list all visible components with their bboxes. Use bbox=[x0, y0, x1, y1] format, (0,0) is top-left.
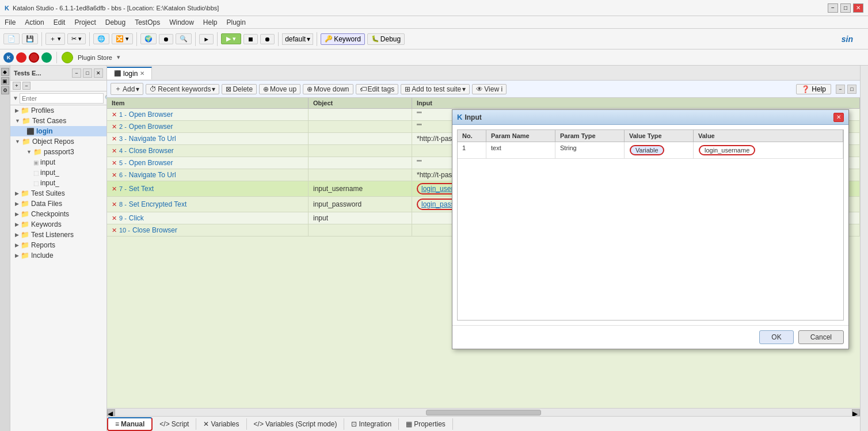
close-panel-btn[interactable]: ✕ bbox=[94, 68, 103, 78]
tree-item-include[interactable]: ▶ 📁 Include bbox=[10, 250, 106, 261]
integration-icon: ⊡ bbox=[351, 420, 357, 428]
editor-tab-login[interactable]: ⬛ login ✕ bbox=[107, 67, 152, 79]
folder-icon: 📁 bbox=[33, 148, 42, 156]
value-badge[interactable]: login_username bbox=[699, 145, 755, 155]
right-scrollbar[interactable] bbox=[860, 66, 868, 431]
recent-keywords-btn[interactable]: ⏱ Recent keywords ▾ bbox=[146, 84, 219, 94]
tree-item-label: input_ bbox=[40, 179, 59, 187]
add-to-test-suite-btn[interactable]: ⊞ Add to test suite ▾ bbox=[401, 84, 470, 94]
menu-help[interactable]: Help bbox=[199, 17, 222, 28]
side-icon-2[interactable]: ▣ bbox=[1, 77, 9, 85]
dialog-close-btn[interactable]: ✕ bbox=[833, 113, 844, 122]
scroll-right-btn[interactable]: ▶ bbox=[852, 409, 860, 416]
globe-btn[interactable]: 🌍 bbox=[140, 33, 157, 44]
tree-view: ▶ 📁 Profiles ▼ 📁 Test Cases ⬛ login ▼ 📁 … bbox=[10, 105, 106, 431]
collapse-all-btn[interactable]: − bbox=[72, 68, 81, 78]
plugin-store-label[interactable]: Plugin Store bbox=[78, 54, 112, 61]
menu-testops[interactable]: TestOps bbox=[130, 17, 165, 28]
rec-circle[interactable] bbox=[29, 52, 39, 63]
tab-manual[interactable]: ≡ Manual bbox=[107, 417, 153, 431]
tree-item-passport3[interactable]: ▼ 📁 passport3 bbox=[10, 147, 106, 157]
spy-btn[interactable]: 🔍 bbox=[176, 33, 192, 44]
tree-item-data-files[interactable]: ▶ 📁 Data Files bbox=[10, 199, 106, 209]
stop-circle[interactable] bbox=[16, 52, 26, 63]
debug-mode-btn[interactable]: 🐛 Debug bbox=[367, 33, 405, 45]
maximize-btn[interactable]: □ bbox=[840, 3, 851, 13]
tree-item-input1[interactable]: ▣ input bbox=[10, 157, 106, 167]
menu-plugin[interactable]: Plugin bbox=[222, 17, 250, 28]
scroll-left-btn[interactable]: ◀ bbox=[107, 409, 115, 416]
keyword-btn[interactable]: 🔑 Keyword bbox=[321, 33, 365, 45]
tab-variables[interactable]: ✕ Variables bbox=[196, 418, 246, 430]
menu-window[interactable]: Window bbox=[165, 17, 199, 28]
minimize-btn[interactable]: − bbox=[828, 3, 838, 13]
tree-item-input2[interactable]: ⬚ input_ bbox=[10, 167, 106, 178]
dialog-cell-value[interactable]: login_username bbox=[694, 142, 843, 158]
record-btn[interactable]: ⏺ bbox=[260, 34, 275, 44]
spy-web-btn[interactable]: 🌐 bbox=[93, 33, 109, 44]
maximize-editor-btn[interactable]: □ bbox=[847, 85, 856, 94]
tree-item-login[interactable]: ⬛ login bbox=[10, 126, 106, 136]
maximize-panel-btn[interactable]: □ bbox=[83, 68, 92, 78]
add-btn[interactable]: ＋ ▾ bbox=[45, 33, 65, 45]
move-up-btn[interactable]: ⊕ Move up bbox=[259, 84, 300, 94]
new-btn[interactable]: 📄 bbox=[3, 33, 20, 44]
test-explorer-panel: Tests E... − □ ✕ + − ▼ 🔍 ↺ ▶ 📁 Profiles bbox=[10, 66, 107, 431]
rec-btn[interactable]: ⏺ bbox=[159, 34, 173, 44]
tree-item-reports[interactable]: ▶ 📁 Reports bbox=[10, 240, 106, 250]
step-name: Close Browser bbox=[129, 147, 174, 155]
menu-file[interactable]: File bbox=[0, 17, 20, 28]
save-btn[interactable]: 💾 bbox=[22, 33, 38, 44]
view-btn[interactable]: 👁 View i bbox=[472, 84, 507, 94]
scroll-thumb[interactable] bbox=[426, 410, 541, 415]
plugin-store-dropdown[interactable]: ▾ bbox=[117, 54, 120, 61]
menu-debug[interactable]: Debug bbox=[101, 17, 130, 28]
menu-project[interactable]: Project bbox=[70, 17, 100, 28]
tree-item-test-listeners[interactable]: ▶ 📁 Test Listeners bbox=[10, 230, 106, 240]
delete-step-btn[interactable]: ⊠ Delete bbox=[222, 84, 257, 94]
input-value: "" bbox=[417, 110, 422, 119]
tab-close-icon[interactable]: ✕ bbox=[140, 70, 144, 77]
step-error-icon: ✕ bbox=[112, 201, 117, 208]
dialog-cell-value-type[interactable]: Variable bbox=[625, 142, 694, 158]
ok-button[interactable]: OK bbox=[759, 330, 793, 344]
cut-btn[interactable]: ✂ ▾ bbox=[67, 33, 86, 44]
menu-action[interactable]: Action bbox=[20, 17, 48, 28]
tab-integration[interactable]: ⊡ Integration bbox=[344, 418, 399, 430]
collapse-all-btn2[interactable]: − bbox=[22, 82, 31, 90]
tree-item-test-suites[interactable]: ▶ 📁 Test Suites bbox=[10, 188, 106, 199]
menu-edit[interactable]: Edit bbox=[49, 17, 70, 28]
tree-item-keywords[interactable]: ▶ 📁 Keywords bbox=[10, 219, 106, 230]
add-step-btn[interactable]: ＋ Add ▾ bbox=[111, 83, 143, 95]
close-btn[interactable]: ✕ bbox=[853, 3, 863, 13]
object-value: input_username bbox=[313, 185, 363, 193]
expand-all-btn[interactable]: + bbox=[13, 82, 21, 90]
dialog-col-value-type: Value Type bbox=[625, 130, 694, 142]
tree-item-test-cases[interactable]: ▼ 📁 Test Cases bbox=[10, 116, 106, 126]
tab-properties[interactable]: ▦ Properties bbox=[399, 418, 453, 430]
side-icon-1[interactable]: ◆ bbox=[1, 68, 9, 76]
tab-variables-script[interactable]: </> Variables (Script mode) bbox=[247, 418, 345, 430]
tree-item-profiles[interactable]: ▶ 📁 Profiles bbox=[10, 105, 106, 116]
terminal-btn[interactable]: ► bbox=[199, 34, 214, 44]
cancel-button[interactable]: Cancel bbox=[798, 330, 844, 344]
run-btn[interactable]: ▶ ▾ bbox=[221, 33, 241, 44]
edit-tags-btn[interactable]: 🏷 Edit tags bbox=[356, 84, 399, 94]
stop-btn[interactable]: ⏹ bbox=[243, 34, 258, 44]
search-input[interactable] bbox=[20, 93, 104, 104]
tree-item-label: Include bbox=[31, 251, 54, 260]
help-btn[interactable]: ❓ Help bbox=[796, 84, 831, 94]
move-down-btn[interactable]: ⊕ Move down bbox=[303, 84, 353, 94]
minimize-editor-btn[interactable]: − bbox=[836, 85, 845, 94]
tree-item-object-repos[interactable]: ▼ 📁 Object Repos bbox=[10, 136, 106, 147]
git-btn[interactable]: 🔀 ▾ bbox=[112, 33, 133, 44]
dialog-table-row[interactable]: 1 text String Variable login_username bbox=[458, 142, 843, 159]
run-circle[interactable] bbox=[41, 52, 52, 63]
horizontal-scrollbar[interactable]: ◀ ▶ bbox=[107, 408, 860, 416]
side-icon-3[interactable]: ⚙ bbox=[1, 86, 9, 94]
tab-script[interactable]: </> Script bbox=[153, 418, 196, 430]
tree-item-checkpoints[interactable]: ▶ 📁 Checkpoints bbox=[10, 209, 106, 219]
value-type-badge[interactable]: Variable bbox=[630, 145, 664, 155]
tree-item-input3[interactable]: ⬚ input_ bbox=[10, 178, 106, 188]
run-config-dropdown[interactable]: default ▾ bbox=[282, 33, 313, 45]
